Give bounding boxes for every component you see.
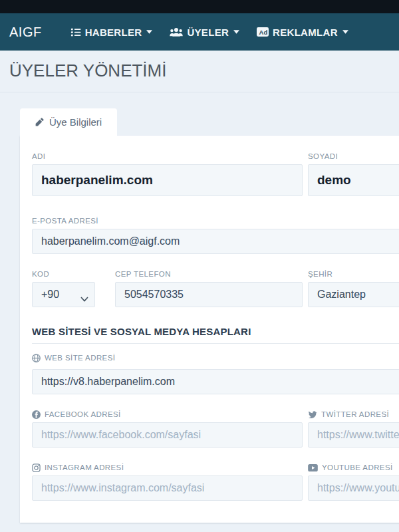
facebook-input[interactable] <box>32 422 303 448</box>
field-soyadi: SOYADI <box>308 152 399 196</box>
country-code-value: +90 <box>41 289 59 301</box>
twitter-label-row: TWİTTER ADRESİ <box>308 410 399 419</box>
web-label: WEB SİTE ADRESİ <box>45 354 115 362</box>
nav-item-reklamlar[interactable]: Ad REKLAMLAR <box>248 13 357 51</box>
youtube-input[interactable] <box>308 475 399 501</box>
globe-icon <box>32 354 41 362</box>
cep-input[interactable] <box>115 282 303 307</box>
page-title: ÜYELER YÖNETİMİ <box>9 61 390 81</box>
nav-item-uyeler[interactable]: ÜYELER <box>161 13 248 51</box>
field-youtube: YOUTUBE ADRESİ <box>308 464 399 501</box>
eposta-label: E-POSTA ADRESİ <box>32 217 399 225</box>
facebook-label: FACEBOOK ADRESİ <box>45 410 121 419</box>
adi-label: ADI <box>32 152 303 161</box>
field-web: WEB SİTE ADRESİ <box>32 354 399 394</box>
brand-logo[interactable]: AIGF <box>9 25 42 40</box>
tab-label: Üye Bilgileri <box>49 116 102 128</box>
instagram-label-row: INSTAGRAM ADRESİ <box>32 464 303 472</box>
nav-menu: HABERLER ÜYELER <box>62 13 357 51</box>
twitter-icon <box>308 411 317 419</box>
content-area: Üye Bilgileri ADI SOYADI E-POSTA ADRESİ … <box>0 92 399 523</box>
eposta-input[interactable] <box>32 229 399 254</box>
field-instagram: INSTAGRAM ADRESİ <box>32 464 303 501</box>
kod-label: KOD <box>32 270 95 279</box>
field-cep: CEP TELEFON <box>115 270 303 307</box>
tab-uye-bilgileri[interactable]: Üye Bilgileri <box>20 108 117 136</box>
instagram-icon <box>32 464 41 472</box>
field-eposta: E-POSTA ADRESİ <box>32 217 399 254</box>
field-sehir: ŞEHİR <box>308 270 399 307</box>
chevron-down-icon <box>233 30 239 34</box>
field-kod: KOD +90 <box>32 270 95 307</box>
twitter-label: TWİTTER ADRESİ <box>321 410 389 419</box>
field-facebook: FACEBOOK ADRESİ <box>32 410 303 448</box>
facebook-label-row: FACEBOOK ADRESİ <box>32 410 303 419</box>
list-icon <box>70 27 81 37</box>
nav-item-haberler[interactable]: HABERLER <box>62 13 162 51</box>
page-header: ÜYELER YÖNETİMİ <box>0 51 399 92</box>
nav-item-label: ÜYELER <box>187 27 229 38</box>
facebook-icon <box>32 410 41 419</box>
chevron-down-icon <box>342 30 348 34</box>
name-row: ADI SOYADI <box>32 152 399 196</box>
web-input[interactable] <box>32 369 399 394</box>
cep-label: CEP TELEFON <box>115 270 303 279</box>
sehir-label: ŞEHİR <box>308 270 399 279</box>
youtube-label: YOUTUBE ADRESİ <box>322 464 393 472</box>
youtube-label-row: YOUTUBE ADRESİ <box>308 464 399 472</box>
chevron-down-icon <box>146 30 152 34</box>
field-adi: ADI <box>32 152 303 196</box>
ad-icon: Ad <box>257 27 269 37</box>
twitter-input[interactable] <box>308 422 399 448</box>
country-code-select[interactable]: +90 <box>32 282 95 307</box>
member-form-card: ADI SOYADI E-POSTA ADRESİ KOD +90 <box>20 136 399 523</box>
field-twitter: TWİTTER ADRESİ <box>308 410 399 448</box>
svg-text:Ad: Ad <box>259 29 267 36</box>
pencil-icon <box>35 118 44 126</box>
navbar: AIGF HABERLER <box>0 13 399 51</box>
social-section-title: WEB SİTESİ VE SOSYAL MEDYA HESAPLARI <box>32 326 399 344</box>
users-icon <box>170 27 183 37</box>
instagram-input[interactable] <box>32 475 303 501</box>
adi-input[interactable] <box>32 164 303 196</box>
social-row-1: FACEBOOK ADRESİ TWİTTER ADRESİ <box>32 410 399 448</box>
instagram-label: INSTAGRAM ADRESİ <box>45 464 124 472</box>
youtube-icon <box>308 464 318 471</box>
social-row-2: INSTAGRAM ADRESİ YOUTUBE ADRESİ <box>32 464 399 501</box>
sehir-input[interactable] <box>308 282 399 307</box>
nav-item-label: REKLAMLAR <box>273 27 338 38</box>
chevron-down-icon <box>80 293 88 305</box>
soyadi-label: SOYADI <box>308 152 399 161</box>
os-top-bar <box>0 0 399 13</box>
web-label-row: WEB SİTE ADRESİ <box>32 354 399 362</box>
phone-row: KOD +90 CEP TELEFON ŞEHİR <box>32 270 399 307</box>
soyadi-input[interactable] <box>308 164 399 196</box>
nav-item-label: HABERLER <box>85 27 142 38</box>
